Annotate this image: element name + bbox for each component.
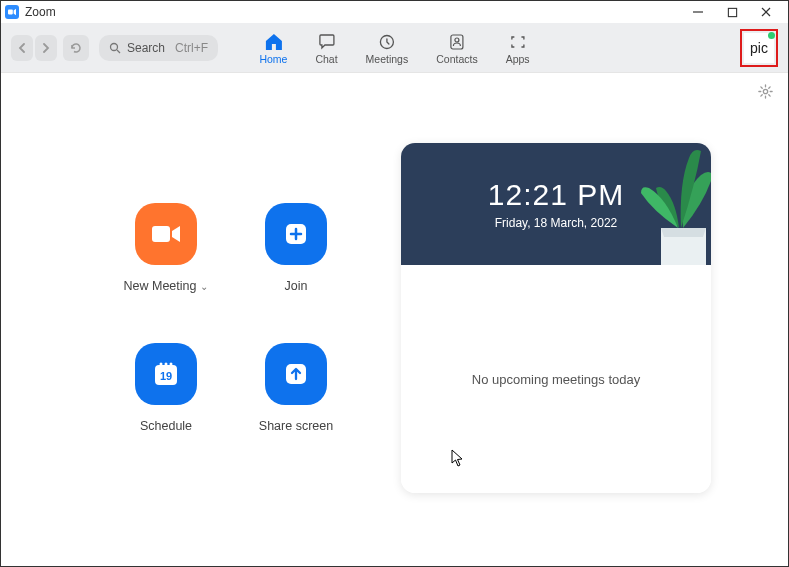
share-screen-item: Share screen [231,343,361,433]
tab-contacts[interactable]: Contacts [436,31,477,65]
history-button[interactable] [63,35,89,61]
search-icon [109,42,121,54]
video-icon [150,222,182,246]
profile-button[interactable]: pic [744,33,774,63]
share-screen-label: Share screen [259,419,333,433]
svg-rect-2 [728,8,736,16]
zoom-app-icon [5,5,19,19]
current-date: Friday, 18 March, 2022 [495,216,618,230]
forward-button[interactable] [35,35,57,61]
current-time: 12:21 PM [488,178,624,212]
search-shortcut: Ctrl+F [175,41,208,55]
schedule-item: 19 Schedule [101,343,231,433]
schedule-button[interactable]: 19 [135,343,197,405]
cursor-icon [451,449,465,467]
share-screen-button[interactable] [265,343,327,405]
home-icon [263,33,283,51]
profile-highlight: pic [740,29,778,67]
meetings-panel: 12:21 PM Friday, 18 March, 2022 No upcom… [391,73,788,566]
svg-point-5 [111,43,118,50]
svg-rect-11 [152,226,170,242]
tab-chat[interactable]: Chat [315,31,337,65]
contacts-icon [447,33,467,51]
plus-icon [282,220,310,248]
action-panel: New Meeting ⌄ Join 19 Schedu [1,73,391,566]
clock-icon [377,33,397,51]
empty-message: No upcoming meetings today [472,372,640,387]
close-button[interactable] [758,4,774,20]
clock-header: 12:21 PM Friday, 18 March, 2022 [401,143,711,265]
join-item: Join [231,203,361,293]
settings-button[interactable] [757,83,774,104]
upcoming-meetings: No upcoming meetings today [401,265,711,493]
svg-point-17 [165,363,168,366]
toolbar: Search Ctrl+F Home Chat Meetings Contact… [1,23,788,73]
meeting-card: 12:21 PM Friday, 18 March, 2022 No upcom… [401,143,711,493]
window-title: Zoom [25,5,690,19]
chat-icon [317,33,337,51]
svg-point-10 [763,89,767,93]
nav-tabs: Home Chat Meetings Contacts Apps [259,31,529,65]
chevron-down-icon[interactable]: ⌄ [200,281,208,292]
new-meeting-button[interactable] [135,203,197,265]
new-meeting-label: New Meeting ⌄ [124,279,209,293]
svg-point-16 [160,363,163,366]
svg-line-6 [117,50,120,53]
titlebar: Zoom [1,1,788,23]
tab-meetings[interactable]: Meetings [366,31,409,65]
content-area: New Meeting ⌄ Join 19 Schedu [1,73,788,566]
new-meeting-item: New Meeting ⌄ [101,203,231,293]
back-button[interactable] [11,35,33,61]
plant-decoration [631,143,711,265]
join-label: Join [285,279,308,293]
join-button[interactable] [265,203,327,265]
minimize-button[interactable] [690,4,706,20]
tab-home[interactable]: Home [259,31,287,65]
svg-rect-0 [8,10,13,15]
search-placeholder: Search [127,41,165,55]
tab-apps[interactable]: Apps [506,31,530,65]
status-indicator [768,32,775,39]
window-controls [690,4,784,20]
schedule-label: Schedule [140,419,192,433]
apps-icon [508,33,528,51]
search-input[interactable]: Search Ctrl+F [99,35,218,61]
svg-point-9 [455,38,459,42]
svg-point-18 [170,363,173,366]
nav-buttons [11,35,89,61]
calendar-icon: 19 [151,359,181,389]
maximize-button[interactable] [724,4,740,20]
arrow-up-icon [282,360,310,388]
svg-text:19: 19 [160,370,172,382]
